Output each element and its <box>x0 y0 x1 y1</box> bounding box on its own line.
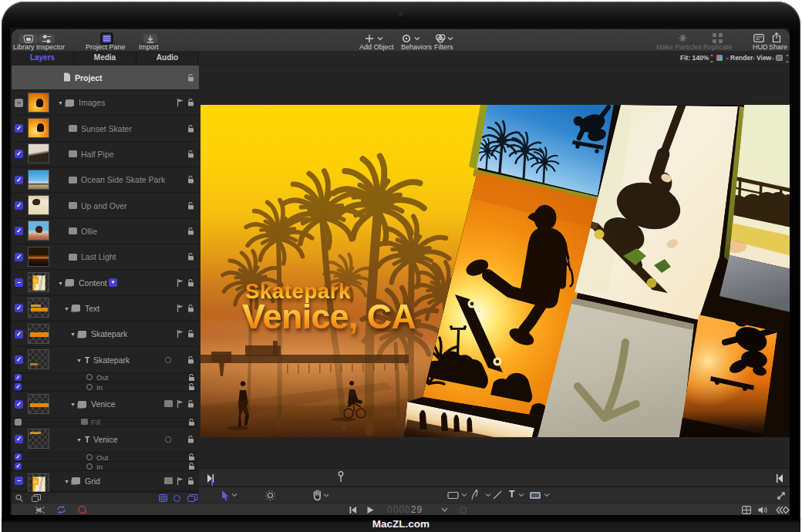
svg-text:Venice, CA: Venice, CA <box>242 298 416 335</box>
